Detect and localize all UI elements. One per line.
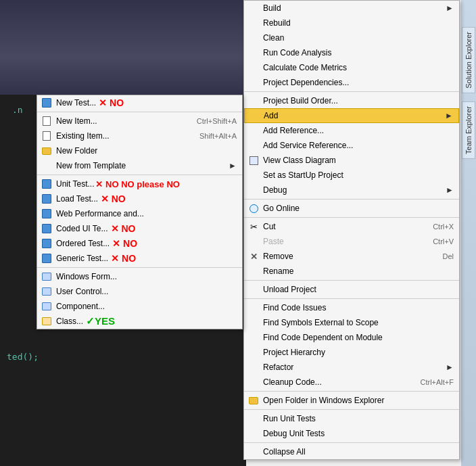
new-test-icon bbox=[41, 97, 52, 108]
load-test-icon bbox=[41, 193, 52, 204]
coded-ui-icon bbox=[41, 223, 52, 234]
menu-item-existing-item[interactable]: Existing Item... Shift+Alt+A bbox=[37, 129, 242, 143]
refactor-arrow-icon: ► bbox=[446, 363, 454, 372]
sidebar-panel: Solution Explorer Team Explorer bbox=[461, 0, 476, 466]
menu-item-ordered-test[interactable]: Ordered Test... ✕ NO bbox=[37, 236, 242, 251]
menu-item-generic-test[interactable]: Generic Test... ✕ NO bbox=[37, 251, 242, 266]
remove-icon: ✕ bbox=[248, 251, 259, 262]
menu-item-paste[interactable]: Paste Ctrl+V bbox=[244, 234, 459, 249]
annotation-no-new-test: ✕ NO bbox=[99, 97, 124, 108]
menu-item-add-service-reference[interactable]: Add Service Reference... bbox=[244, 138, 459, 153]
menu-item-new-test[interactable]: New Test... ✕ NO bbox=[37, 95, 242, 110]
add-submenu: New Test... ✕ NO New Item... Ctrl+Shift+… bbox=[37, 95, 243, 329]
menu-item-new-item[interactable]: New Item... Ctrl+Shift+A bbox=[37, 114, 242, 129]
menu-item-rebuild[interactable]: Rebuild bbox=[244, 16, 459, 30]
windows-form-icon bbox=[41, 271, 52, 282]
menu-item-coded-ui-test[interactable]: Coded UI Te... ✕ NO bbox=[37, 221, 242, 236]
menu-item-view-class-diagram[interactable]: View Class Diagram bbox=[244, 153, 459, 168]
menu-item-add[interactable]: Add ► bbox=[244, 108, 459, 123]
menu-item-windows-form[interactable]: Windows Form... bbox=[37, 269, 242, 284]
class-diagram-icon bbox=[248, 155, 259, 166]
menu-item-clean[interactable]: Clean bbox=[244, 30, 459, 45]
editor-text-ted: ted(); bbox=[7, 352, 39, 362]
annotation-no-generic-test: ✕ NO bbox=[111, 253, 136, 264]
separator-3 bbox=[244, 217, 459, 218]
user-control-icon bbox=[41, 286, 52, 297]
separator-5 bbox=[244, 298, 459, 299]
menu-item-debug-unit-tests[interactable]: Debug Unit Tests bbox=[244, 426, 459, 441]
menu-item-rename[interactable]: Rename bbox=[244, 264, 459, 279]
separator-2 bbox=[244, 199, 459, 200]
menu-item-find-code-dependent[interactable]: Find Code Dependent on Module bbox=[244, 330, 459, 345]
folder-icon bbox=[248, 395, 259, 406]
menu-item-open-folder[interactable]: Open Folder in Windows Explorer bbox=[244, 393, 459, 408]
menu-item-run-unit-tests[interactable]: Run Unit Tests bbox=[244, 411, 459, 426]
add-arrow-icon: ► bbox=[445, 111, 453, 120]
menu-item-find-symbols-external[interactable]: Find Symbols External to Scope bbox=[244, 315, 459, 330]
menu-item-build[interactable]: Build ► bbox=[244, 1, 459, 16]
menu-item-remove[interactable]: ✕ Remove Del bbox=[244, 249, 459, 264]
menu-item-calculate-code-metrics[interactable]: Calculate Code Metrics bbox=[244, 60, 459, 75]
new-folder-icon bbox=[41, 145, 52, 156]
submenu-sep-1 bbox=[37, 112, 242, 112]
cut-icon: ✂ bbox=[248, 221, 259, 232]
menu-item-project-build-order[interactable]: Project Build Order... bbox=[244, 93, 459, 108]
generic-test-icon bbox=[41, 253, 52, 264]
menu-item-refactor[interactable]: Refactor ► bbox=[244, 360, 459, 375]
menu-item-collapse-all[interactable]: Collapse All bbox=[244, 444, 459, 459]
separator-4 bbox=[244, 280, 459, 281]
editor-blur-overlay bbox=[0, 0, 250, 95]
annotation-no-coded-ui: ✕ NO bbox=[111, 223, 136, 234]
menu-item-add-reference[interactable]: Add Reference... bbox=[244, 123, 459, 138]
menu-item-unload-project[interactable]: Unload Project bbox=[244, 282, 459, 297]
annotation-yes-class: ✓YES bbox=[86, 315, 115, 327]
menu-item-web-perf[interactable]: Web Performance and... bbox=[37, 206, 242, 221]
sidebar-tab-team-explorer[interactable]: Team Explorer bbox=[462, 101, 475, 159]
annotation-no-ordered-test: ✕ NO bbox=[112, 238, 137, 249]
unit-test-icon bbox=[41, 179, 52, 189]
menu-item-new-from-template[interactable]: New from Template ► bbox=[37, 158, 242, 173]
menu-item-cut[interactable]: ✂ Cut Ctrl+X bbox=[244, 219, 459, 234]
menu-item-run-code-analysis[interactable]: Run Code Analysis bbox=[244, 45, 459, 60]
template-arrow-icon: ► bbox=[229, 161, 237, 170]
menu-item-find-code-issues[interactable]: Find Code Issues bbox=[244, 300, 459, 315]
build-arrow-icon: ► bbox=[446, 3, 454, 13]
class-icon bbox=[41, 316, 52, 327]
submenu-sep-2 bbox=[37, 174, 242, 175]
separator-6 bbox=[244, 391, 459, 392]
sidebar-tab-solution-explorer[interactable]: Solution Explorer bbox=[462, 27, 475, 93]
menu-item-user-control[interactable]: User Control... bbox=[37, 284, 242, 299]
component-icon bbox=[41, 301, 52, 312]
menu-item-go-online[interactable]: Go Online bbox=[244, 201, 459, 216]
web-perf-icon bbox=[41, 208, 52, 219]
menu-item-set-startup[interactable]: Set as StartUp Project bbox=[244, 168, 459, 183]
menu-item-debug[interactable]: Debug ► bbox=[244, 183, 459, 197]
separator-7 bbox=[244, 409, 459, 410]
existing-item-icon bbox=[41, 131, 52, 141]
menu-item-unit-test[interactable]: Unit Test... ✕ NO NO please NO bbox=[37, 177, 242, 191]
separator-1 bbox=[244, 91, 459, 92]
annotation-no-load-test: ✕ NO bbox=[101, 193, 126, 204]
editor-text-n: .n bbox=[12, 105, 23, 115]
new-item-icon bbox=[41, 116, 52, 126]
menu-item-load-test[interactable]: Load Test... ✕ NO bbox=[37, 191, 242, 206]
menu-item-project-hierarchy[interactable]: Project Hierarchy bbox=[244, 345, 459, 360]
menu-item-component[interactable]: Component... bbox=[37, 299, 242, 314]
ordered-test-icon bbox=[41, 238, 52, 249]
go-online-icon bbox=[248, 203, 259, 214]
menu-item-class[interactable]: Class... ✓YES bbox=[37, 314, 242, 329]
project-context-menu: Build ► Rebuild Clean Run Code Analysis … bbox=[243, 0, 460, 460]
annotation-no-no-please-no: ✕ NO NO please NO bbox=[95, 179, 179, 189]
menu-item-cleanup-code[interactable]: Cleanup Code... Ctrl+Alt+F bbox=[244, 375, 459, 390]
menu-item-new-folder[interactable]: New Folder bbox=[37, 143, 242, 158]
menu-item-project-dependencies[interactable]: Project Dependencies... bbox=[244, 75, 459, 90]
separator-8 bbox=[244, 442, 459, 443]
debug-arrow-icon: ► bbox=[446, 185, 454, 195]
submenu-sep-3 bbox=[37, 267, 242, 268]
